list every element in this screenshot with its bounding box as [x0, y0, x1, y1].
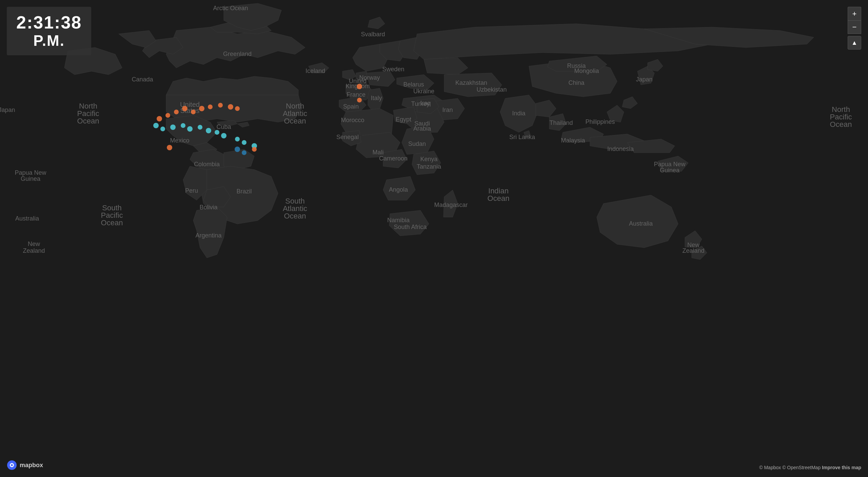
svg-text:Iceland: Iceland: [305, 68, 325, 74]
svg-text:Peru: Peru: [185, 187, 198, 194]
world-map: Arctic Ocean Greenland Svalbard Iceland …: [0, 0, 868, 477]
mapbox-logo-icon: [7, 460, 17, 470]
svg-point-101: [235, 137, 240, 141]
svg-point-99: [215, 130, 219, 135]
svg-point-87: [199, 106, 204, 111]
svg-point-86: [191, 110, 196, 114]
svg-text:Tanzania: Tanzania: [417, 163, 441, 170]
svg-point-92: [153, 123, 159, 128]
svg-text:Guinea: Guinea: [660, 167, 680, 174]
zoom-controls: + − ▲: [848, 7, 861, 50]
svg-point-82: [157, 116, 162, 121]
svg-point-89: [218, 103, 223, 108]
svg-point-90: [228, 104, 233, 110]
svg-text:Ocean: Ocean: [284, 117, 306, 125]
svg-text:France: France: [347, 91, 366, 98]
svg-text:Greenland: Greenland: [223, 51, 252, 57]
mapbox-brand-text: mapbox: [20, 462, 43, 469]
zoom-in-button[interactable]: +: [848, 7, 861, 20]
clock-time: 2:31:38: [16, 13, 82, 32]
svg-point-93: [160, 127, 165, 131]
mapbox-logo: mapbox: [7, 460, 43, 470]
clock-ampm: P.M.: [16, 32, 82, 49]
svg-text:Kazakhstan: Kazakhstan: [455, 79, 487, 86]
svg-text:Mali: Mali: [372, 149, 383, 156]
clock-display: 2:31:38 P.M.: [7, 7, 91, 55]
svg-text:Bolivia: Bolivia: [199, 204, 218, 211]
svg-text:Mongolia: Mongolia: [574, 68, 599, 74]
svg-text:Ocean: Ocean: [488, 194, 510, 203]
svg-text:Philippines: Philippines: [585, 118, 615, 125]
svg-text:Ocean: Ocean: [77, 117, 99, 125]
svg-point-91: [235, 106, 240, 111]
svg-text:Svalbard: Svalbard: [361, 31, 385, 38]
svg-text:Indonesia: Indonesia: [607, 146, 634, 152]
svg-point-108: [357, 84, 362, 89]
svg-point-94: [170, 125, 176, 130]
svg-text:Cuba: Cuba: [216, 123, 231, 130]
svg-text:Arabia: Arabia: [413, 125, 431, 132]
svg-point-95: [181, 123, 185, 128]
svg-point-102: [242, 140, 246, 145]
svg-text:Canada: Canada: [132, 76, 153, 83]
svg-text:Japan: Japan: [636, 76, 652, 83]
svg-text:Iran: Iran: [442, 107, 453, 113]
svg-text:China: China: [568, 79, 585, 86]
svg-text:Namibia: Namibia: [387, 217, 410, 224]
svg-text:Ocean: Ocean: [101, 218, 123, 227]
svg-text:Argentina: Argentina: [195, 232, 222, 239]
svg-point-104: [235, 147, 240, 152]
svg-text:Sweden: Sweden: [382, 66, 404, 73]
svg-point-98: [206, 128, 211, 133]
svg-text:Arctic Ocean: Arctic Ocean: [213, 5, 248, 12]
svg-point-105: [242, 150, 246, 155]
improve-map-link[interactable]: Improve this map: [822, 465, 861, 470]
svg-point-88: [208, 104, 213, 109]
svg-text:India: India: [512, 110, 526, 117]
svg-text:Sudan: Sudan: [408, 140, 426, 147]
svg-text:Colombia: Colombia: [194, 161, 220, 168]
svg-text:Angola: Angola: [389, 186, 408, 193]
svg-text:Kenya: Kenya: [420, 156, 438, 163]
svg-point-100: [221, 133, 226, 138]
map-attribution: © Mapbox © OpenStreetMap Improve this ma…: [759, 465, 861, 470]
svg-text:Mexico: Mexico: [170, 137, 189, 144]
svg-point-97: [198, 125, 202, 130]
svg-text:Spain: Spain: [343, 103, 359, 110]
svg-point-112: [11, 464, 13, 466]
svg-text:South Africa: South Africa: [394, 224, 427, 230]
svg-text:Madagascar: Madagascar: [434, 202, 468, 208]
compass-button[interactable]: ▲: [848, 36, 861, 50]
map-container[interactable]: Arctic Ocean Greenland Svalbard Iceland …: [0, 0, 868, 477]
svg-text:Senegal: Senegal: [336, 134, 359, 140]
svg-point-84: [174, 110, 179, 114]
svg-text:Belarus: Belarus: [403, 81, 424, 88]
svg-text:Brazil: Brazil: [236, 188, 252, 195]
svg-text:Cameroon: Cameroon: [379, 155, 408, 162]
svg-text:Papua New: Papua New: [654, 161, 686, 168]
svg-text:Thailand: Thailand: [549, 119, 573, 126]
svg-text:Italy: Italy: [371, 95, 382, 101]
svg-text:Ukraine: Ukraine: [413, 88, 434, 95]
svg-point-109: [357, 98, 362, 102]
svg-text:Ocean: Ocean: [830, 120, 852, 129]
svg-point-106: [167, 145, 172, 150]
svg-text:Uzbekistan: Uzbekistan: [476, 86, 507, 93]
svg-point-85: [182, 106, 188, 111]
attribution-text: © Mapbox © OpenStreetMap: [759, 465, 821, 470]
svg-point-83: [165, 113, 170, 118]
svg-text:New: New: [28, 241, 40, 247]
svg-point-96: [187, 126, 193, 132]
svg-text:Zealand: Zealand: [23, 247, 45, 254]
svg-text:Morocco: Morocco: [341, 117, 364, 123]
zoom-out-button[interactable]: −: [848, 20, 861, 34]
svg-text:Papua New: Papua New: [15, 169, 46, 176]
svg-point-107: [252, 147, 257, 152]
svg-text:Australia: Australia: [15, 215, 39, 222]
svg-text:Malaysia: Malaysia: [561, 137, 585, 144]
svg-text:Japan: Japan: [0, 107, 15, 113]
svg-text:Guinea: Guinea: [21, 175, 41, 182]
svg-text:Ocean: Ocean: [284, 212, 306, 220]
svg-text:Australia: Australia: [629, 220, 653, 227]
svg-text:Iraq: Iraq: [420, 100, 431, 107]
